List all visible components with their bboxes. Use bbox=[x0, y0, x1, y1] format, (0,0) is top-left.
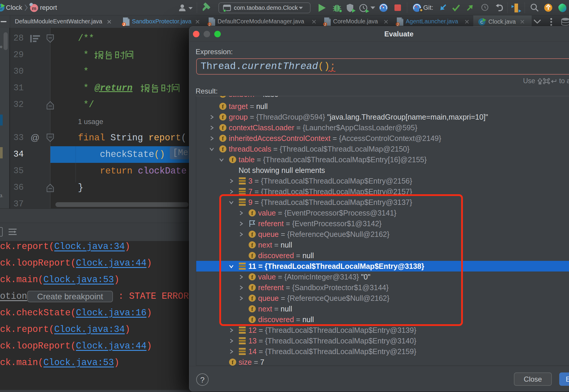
svg-text:f: f bbox=[222, 146, 224, 152]
svg-text:f: f bbox=[222, 103, 224, 110]
svg-text:f: f bbox=[222, 135, 224, 142]
svg-text:f: f bbox=[232, 157, 234, 163]
svg-text:f: f bbox=[222, 114, 224, 120]
svg-text:f: f bbox=[222, 125, 224, 131]
svg-text:f: f bbox=[222, 96, 224, 97]
svg-text:f: f bbox=[232, 359, 234, 365]
svg-text:m: m bbox=[32, 6, 36, 11]
